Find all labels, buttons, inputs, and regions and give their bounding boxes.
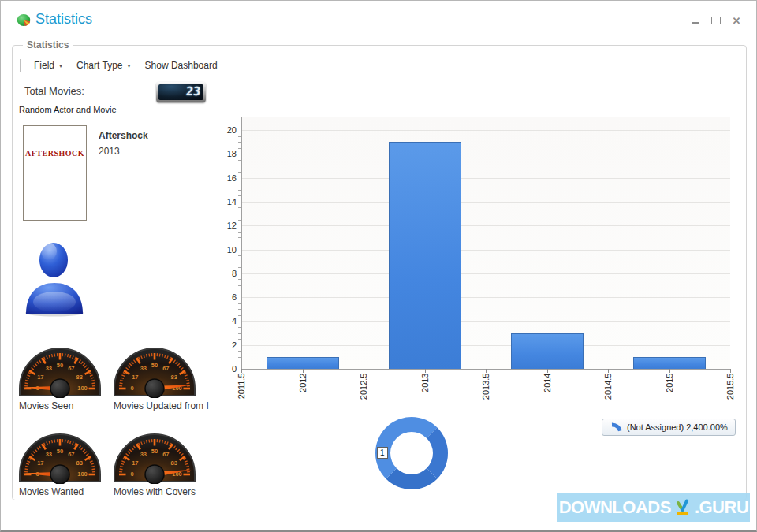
lcd-display: 23 xyxy=(156,82,206,102)
minimize-icon[interactable] xyxy=(688,13,703,28)
svg-text:17: 17 xyxy=(37,459,43,467)
donut-slice-label: 1 xyxy=(377,447,388,459)
svg-text:17: 17 xyxy=(37,374,43,381)
svg-text:100: 100 xyxy=(77,471,88,478)
poster-title-text: AFTERSHOCK xyxy=(24,149,86,158)
svg-text:83: 83 xyxy=(76,459,83,467)
gauge-movies-updated: 01733506783100 xyxy=(111,340,198,398)
window-controls: ✕ xyxy=(688,13,744,28)
legend-swatch-arc-icon xyxy=(610,421,622,433)
total-movies-label: Total Movies: xyxy=(24,85,84,97)
svg-text:17: 17 xyxy=(132,374,138,381)
svg-text:83: 83 xyxy=(171,459,177,467)
legend-text: (Not Assigned) 2,400.00% xyxy=(627,422,728,432)
gauge-label: Movies Wanted xyxy=(19,486,84,497)
gauge-label: Movies Seen xyxy=(19,400,73,411)
gauge-movies-wanted: 01733506783100 xyxy=(17,426,103,484)
svg-text:50: 50 xyxy=(151,448,158,455)
svg-text:83: 83 xyxy=(171,374,177,381)
svg-text:67: 67 xyxy=(68,365,74,372)
movie-poster: AFTERSHOCK xyxy=(23,125,87,221)
download-arrow-icon xyxy=(673,499,692,516)
toolbar-grip-icon[interactable] xyxy=(17,59,21,72)
svg-text:0: 0 xyxy=(130,471,133,478)
maximize-icon[interactable] xyxy=(709,13,723,28)
show-dashboard-button[interactable]: Show Dashboard xyxy=(140,58,223,73)
svg-text:17: 17 xyxy=(132,459,138,467)
gauge-movies-seen: 01733506783100 xyxy=(17,340,103,398)
gauge-label: Movies with Covers xyxy=(114,486,196,497)
svg-text:50: 50 xyxy=(57,362,63,369)
svg-text:33: 33 xyxy=(140,451,147,458)
app-pie-icon xyxy=(17,13,31,27)
svg-text:50: 50 xyxy=(151,362,158,369)
actor-avatar xyxy=(21,239,88,320)
close-icon[interactable]: ✕ xyxy=(729,13,744,28)
svg-text:33: 33 xyxy=(46,451,52,458)
movie-title: Aftershock xyxy=(99,130,148,141)
groupbox-title: Statistics xyxy=(23,39,73,50)
watermark-text-right: .GURU xyxy=(695,497,748,518)
downloads-guru-watermark: DOWNLOADS .GURU xyxy=(557,493,750,522)
window-title: Statistics xyxy=(35,11,92,28)
svg-text:67: 67 xyxy=(68,451,74,458)
statistics-window: Statistics ✕ Statistics Field Chart Type… xyxy=(0,0,757,532)
toolbar: Field Chart Type Show Dashboard xyxy=(17,56,223,74)
watermark-text-left: DOWNLOADS xyxy=(559,497,671,518)
svg-text:33: 33 xyxy=(46,365,52,372)
svg-text:0: 0 xyxy=(130,385,133,392)
gauge-label: Movies Updated from I xyxy=(114,400,209,411)
svg-text:50: 50 xyxy=(57,448,63,455)
random-section-heading: Random Actor and Movie xyxy=(19,105,117,114)
movie-year: 2013 xyxy=(99,146,120,157)
svg-text:33: 33 xyxy=(140,365,147,372)
svg-text:67: 67 xyxy=(162,451,169,458)
total-movies-value: 23 xyxy=(185,84,201,99)
field-menu-button[interactable]: Field xyxy=(28,58,68,73)
gauge-dial: 01733506783100 xyxy=(17,340,103,398)
svg-text:83: 83 xyxy=(76,374,83,381)
chart-legend[interactable]: (Not Assigned) 2,400.00% xyxy=(602,419,736,436)
gauge-dial: 01733506783100 xyxy=(111,426,198,484)
gauge-dial: 01733506783100 xyxy=(17,426,103,484)
gauge-movies-covers: 01733506783100 xyxy=(111,426,198,484)
svg-text:67: 67 xyxy=(162,365,169,372)
gauge-dial: 01733506783100 xyxy=(111,340,198,398)
chart-type-menu-button[interactable]: Chart Type xyxy=(71,58,136,73)
svg-text:100: 100 xyxy=(77,385,88,392)
